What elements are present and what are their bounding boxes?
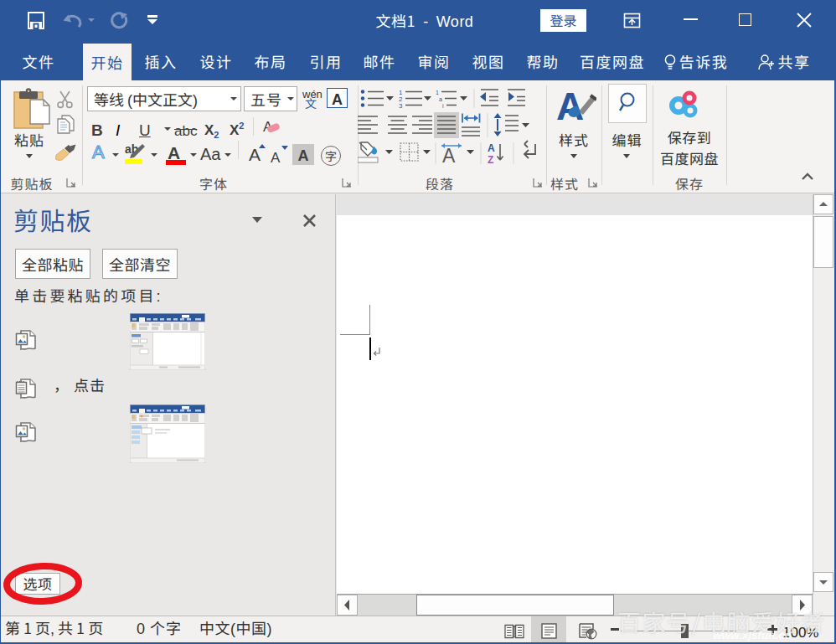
svg-text:A: A	[92, 142, 105, 162]
svg-text:i: i	[442, 103, 444, 109]
svg-text:A: A	[556, 86, 584, 125]
svg-text:1: 1	[436, 90, 439, 95]
svg-text:A: A	[442, 145, 456, 166]
svg-text:Z: Z	[488, 154, 493, 166]
svg-text:a: a	[439, 96, 442, 102]
svg-text:A: A	[488, 142, 495, 154]
svg-text:3: 3	[399, 102, 403, 110]
